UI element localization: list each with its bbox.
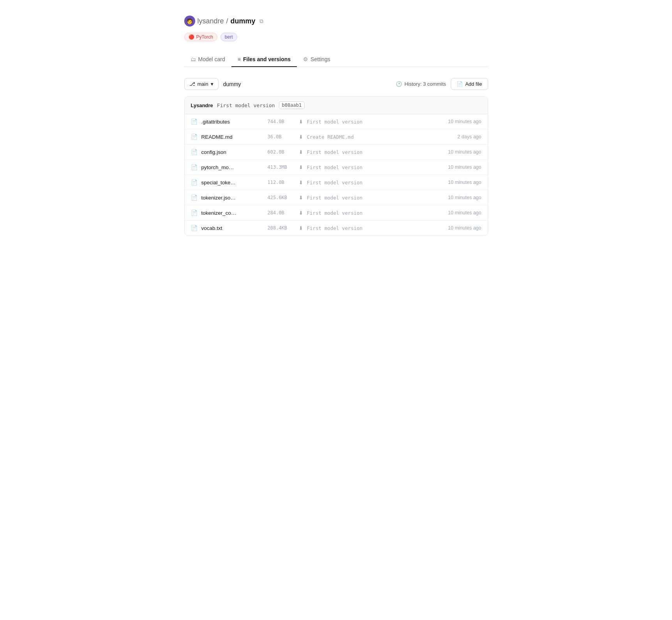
branch-label: main bbox=[198, 81, 208, 87]
file-icon: 📄 bbox=[191, 179, 198, 185]
download-icon[interactable]: ⬇ bbox=[299, 210, 303, 216]
bert-label: bert bbox=[225, 34, 233, 40]
file-commit-message: First model version bbox=[307, 225, 427, 231]
file-commit-message: Create README.md bbox=[307, 134, 427, 140]
file-commit-message: First model version bbox=[307, 119, 427, 125]
table-row: 📄 tokenizer.jso… 425.6KB ⬇ First model v… bbox=[185, 190, 488, 205]
history-button[interactable]: 🕐 History: 3 commits bbox=[396, 78, 446, 90]
file-size: 602.0B bbox=[268, 149, 295, 155]
file-commit-message: First model version bbox=[307, 180, 427, 185]
file-name[interactable]: config.json bbox=[201, 149, 264, 155]
pytorch-icon: 🔴 bbox=[189, 34, 194, 40]
file-time: 10 minutes ago bbox=[431, 119, 482, 124]
tab-files-versions[interactable]: ≡ Files and versions bbox=[231, 52, 297, 67]
table-row: 📄 tokenizer_co… 284.0B ⬇ First model ver… bbox=[185, 205, 488, 221]
file-time: 10 minutes ago bbox=[431, 210, 482, 215]
file-icon: 📄 bbox=[191, 149, 198, 155]
repo-name[interactable]: dummy bbox=[231, 17, 256, 25]
file-time: 10 minutes ago bbox=[431, 149, 482, 155]
file-name[interactable]: tokenizer_co… bbox=[201, 210, 264, 216]
clock-icon: 🕐 bbox=[396, 81, 402, 87]
commit-author: Lysandre bbox=[191, 102, 213, 108]
file-time: 10 minutes ago bbox=[431, 180, 482, 185]
branch-button[interactable]: ⎇ main ▾ bbox=[184, 78, 219, 90]
repo-path: dummy bbox=[223, 81, 241, 87]
commit-header: Lysandre First model version b08aab1 bbox=[185, 97, 488, 114]
add-file-button[interactable]: 📄 Add file bbox=[451, 78, 488, 90]
add-file-label: Add file bbox=[465, 81, 482, 87]
file-name[interactable]: special_toke… bbox=[201, 180, 264, 185]
actions-section: 🕐 History: 3 commits 📄 Add file bbox=[396, 78, 488, 90]
file-commit-message: First model version bbox=[307, 195, 427, 201]
file-time: 10 minutes ago bbox=[431, 164, 482, 170]
tab-model-card[interactable]: 🗂 Model card bbox=[184, 52, 231, 67]
copy-icon[interactable]: ⧉ bbox=[259, 18, 263, 25]
avatar: 🧑 bbox=[184, 16, 195, 26]
download-icon[interactable]: ⬇ bbox=[299, 164, 303, 170]
tab-files-versions-label: Files and versions bbox=[243, 56, 291, 62]
file-name[interactable]: .gitattributes bbox=[201, 119, 264, 125]
file-icon: 📄 bbox=[191, 134, 198, 140]
file-name[interactable]: README.md bbox=[201, 134, 264, 140]
git-branch-icon: ⎇ bbox=[189, 81, 195, 87]
nav-tabs: 🗂 Model card ≡ Files and versions ⚙ Sett… bbox=[184, 52, 488, 67]
file-name[interactable]: pytorch_mo… bbox=[201, 164, 264, 170]
tab-model-card-label: Model card bbox=[198, 56, 225, 62]
tag-bert[interactable]: bert bbox=[220, 33, 237, 41]
history-label: History: 3 commits bbox=[404, 81, 446, 87]
file-commit-message: First model version bbox=[307, 164, 427, 170]
download-icon[interactable]: ⬇ bbox=[299, 225, 303, 231]
model-card-icon: 🗂 bbox=[190, 56, 196, 62]
repo-controls: ⎇ main ▾ dummy 🕐 History: 3 commits 📄 Ad… bbox=[184, 78, 488, 90]
commit-message: First model version bbox=[217, 102, 275, 108]
file-icon: 📄 bbox=[191, 164, 198, 170]
download-icon[interactable]: ⬇ bbox=[299, 134, 303, 140]
table-row: 📄 README.md 36.0B ⬇ Create README.md 2 d… bbox=[185, 129, 488, 145]
table-row: 📄 special_toke… 112.0B ⬇ First model ver… bbox=[185, 175, 488, 190]
files-table: Lysandre First model version b08aab1 📄 .… bbox=[184, 96, 488, 236]
file-commit-message: First model version bbox=[307, 149, 427, 155]
download-icon[interactable]: ⬇ bbox=[299, 195, 303, 201]
file-plus-icon: 📄 bbox=[457, 81, 463, 87]
pytorch-label: PyTorch bbox=[196, 34, 213, 40]
file-size: 413.3MB bbox=[268, 164, 295, 170]
commit-hash[interactable]: b08aab1 bbox=[279, 101, 305, 109]
file-time: 2 days ago bbox=[431, 134, 482, 140]
branch-chevron-icon: ▾ bbox=[211, 81, 213, 87]
download-icon[interactable]: ⬇ bbox=[299, 119, 303, 125]
file-time: 10 minutes ago bbox=[431, 225, 482, 231]
file-size: 208.4KB bbox=[268, 225, 295, 231]
file-size: 284.0B bbox=[268, 210, 295, 215]
file-size: 36.0B bbox=[268, 134, 295, 140]
tag-pytorch[interactable]: 🔴 PyTorch bbox=[184, 33, 217, 41]
table-row: 📄 pytorch_mo… 413.3MB ⬇ First model vers… bbox=[185, 160, 488, 175]
repo-header: 🧑 lysandre / dummy ⧉ bbox=[184, 16, 488, 26]
repo-separator: / bbox=[226, 17, 228, 25]
download-icon[interactable]: ⬇ bbox=[299, 180, 303, 185]
tab-settings[interactable]: ⚙ Settings bbox=[297, 52, 337, 67]
settings-icon: ⚙ bbox=[303, 56, 308, 62]
file-icon: 📄 bbox=[191, 225, 198, 231]
table-row: 📄 config.json 602.0B ⬇ First model versi… bbox=[185, 145, 488, 160]
file-rows-container: 📄 .gitattributes 744.0B ⬇ First model ve… bbox=[185, 114, 488, 235]
files-versions-icon: ≡ bbox=[238, 56, 241, 62]
file-commit-message: First model version bbox=[307, 210, 427, 216]
file-size: 112.0B bbox=[268, 180, 295, 185]
file-icon: 📄 bbox=[191, 210, 198, 216]
file-size: 425.6KB bbox=[268, 195, 295, 200]
branch-section: ⎇ main ▾ dummy bbox=[184, 78, 241, 90]
file-name[interactable]: tokenizer.jso… bbox=[201, 195, 264, 201]
file-size: 744.0B bbox=[268, 119, 295, 124]
download-icon[interactable]: ⬇ bbox=[299, 149, 303, 155]
tab-settings-label: Settings bbox=[310, 56, 330, 62]
file-name[interactable]: vocab.txt bbox=[201, 225, 264, 231]
table-row: 📄 vocab.txt 208.4KB ⬇ First model versio… bbox=[185, 221, 488, 235]
file-icon: 📄 bbox=[191, 118, 198, 125]
tags-container: 🔴 PyTorch bert bbox=[184, 33, 488, 41]
file-time: 10 minutes ago bbox=[431, 195, 482, 200]
file-icon: 📄 bbox=[191, 194, 198, 201]
repo-owner[interactable]: lysandre bbox=[198, 17, 224, 25]
table-row: 📄 .gitattributes 744.0B ⬇ First model ve… bbox=[185, 114, 488, 129]
